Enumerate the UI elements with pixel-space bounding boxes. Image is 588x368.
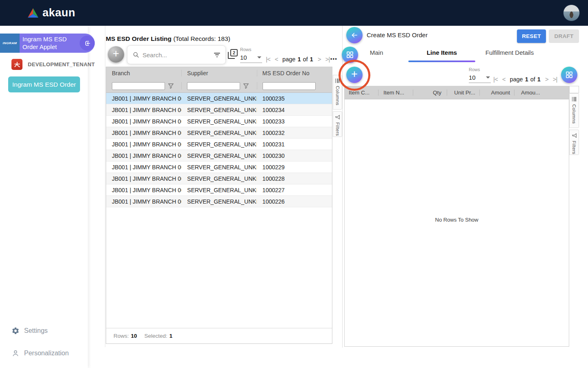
settings-label: Settings	[24, 327, 48, 334]
funnel-icon[interactable]	[243, 83, 249, 89]
cell-branch: JB001 | JIMMY BRANCH 001	[106, 196, 181, 207]
grid-icon	[346, 51, 354, 59]
line-items-pagination: |< < page1of1 > >|	[493, 76, 557, 83]
column-header-supplier[interactable]: Supplier	[181, 67, 256, 79]
plus-icon: +	[113, 48, 119, 59]
chevron-down-icon	[257, 56, 261, 58]
column-header-item-code[interactable]: Item C...	[345, 86, 378, 99]
more-options-button[interactable]: •••	[330, 56, 337, 62]
first-page-button[interactable]: |<	[266, 56, 270, 63]
column-header-amount-2[interactable]: Amou...	[514, 86, 569, 99]
left-sidebar: INGRAM Ingram MS ESD Order Applet DEVELO…	[0, 26, 88, 368]
cell-branch: JB001 | JIMMY BRANCH 001	[106, 173, 181, 184]
table-row[interactable]: JB001 | JIMMY BRANCH 001 SERVER_GENERAL_…	[106, 184, 332, 196]
branch-filter-input[interactable]	[112, 82, 165, 90]
tab-main[interactable]: Main	[370, 49, 383, 56]
cell-supplier: SERVER_GENERAL_UNKNO...	[181, 93, 256, 104]
duplicate-view-button[interactable]: 2	[227, 49, 238, 59]
tenant-logo-icon	[11, 59, 22, 70]
next-page-button[interactable]: >	[545, 76, 548, 83]
prev-page-button[interactable]: <	[502, 76, 506, 83]
applet-banner[interactable]: INGRAM Ingram MS ESD Order Applet	[0, 34, 95, 53]
reset-button[interactable]: RESET	[517, 29, 546, 43]
search-input[interactable]	[143, 52, 210, 58]
user-avatar[interactable]	[563, 4, 580, 21]
gear-icon	[11, 327, 20, 335]
rows-per-page-select[interactable]: Rows 10	[240, 47, 262, 63]
table-row[interactable]: JB001 | JIMMY BRANCH 001 SERVER_GENERAL_…	[106, 139, 332, 150]
grid-view-button[interactable]	[342, 47, 358, 63]
cell-order-no: 1000229	[257, 162, 332, 173]
cell-supplier: SERVER_GENERAL_UNKNO...	[181, 104, 256, 115]
last-page-button[interactable]: >|	[553, 76, 557, 83]
table-row[interactable]: JB001 | JIMMY BRANCH 001 SERVER_GENERAL_…	[106, 173, 332, 184]
module-button-ingram-ms-esd-order[interactable]: Ingram MS ESD Order	[8, 76, 80, 92]
table-row[interactable]: JB001 | JIMMY BRANCH 001 SERVER_GENERAL_…	[106, 162, 332, 173]
tab-fulfillment-details[interactable]: Fulfillment Details	[486, 49, 534, 56]
create-record-button[interactable]: +	[108, 46, 124, 63]
person-icon	[11, 349, 20, 357]
column-header-unit-price[interactable]: Unit Pr...	[447, 86, 479, 99]
brand-name: akaun	[42, 7, 76, 19]
columns-side-tab[interactable]: Columns	[333, 75, 342, 110]
supplier-filter-input[interactable]	[187, 82, 240, 90]
back-button[interactable]	[346, 27, 363, 43]
filters-side-tab[interactable]: Filters	[569, 130, 579, 155]
prev-page-button[interactable]: <	[275, 56, 278, 63]
next-page-button[interactable]: >	[318, 56, 321, 63]
personalization-label: Personalization	[24, 350, 69, 357]
funnel-icon	[335, 115, 340, 119]
panel-title: Create MS ESD Order	[367, 31, 428, 38]
table-row[interactable]: JB001 | JIMMY BRANCH 001 SERVER_GENERAL_…	[106, 150, 332, 162]
line-items-grid: Item C... Item N... Qty Unit Pr... Amoun…	[344, 86, 569, 347]
table-empty-area	[106, 207, 332, 328]
column-header-order-no[interactable]: MS ESD Order No	[257, 67, 332, 79]
tenant-name: DEVELOPMENT_TENANT	[28, 61, 95, 67]
filters-side-tab[interactable]: Filters	[333, 111, 342, 137]
order-listing-table: Branch Supplier MS ESD Order No JB001 | …	[106, 67, 332, 344]
last-page-button[interactable]: >|	[325, 56, 330, 63]
table-row[interactable]: JB001 | JIMMY BRANCH 001 SERVER_GENERAL_…	[106, 116, 332, 127]
column-header-branch[interactable]: Branch	[106, 67, 181, 79]
funnel-icon	[572, 133, 577, 138]
tenant-row[interactable]: DEVELOPMENT_TENANT	[11, 59, 95, 70]
cell-branch: JB001 | JIMMY BRANCH 001	[106, 162, 181, 173]
add-line-item-button[interactable]: +	[346, 67, 363, 83]
filter-list-icon[interactable]	[214, 52, 220, 58]
chevron-down-icon	[486, 76, 490, 79]
draft-button[interactable]: DRAFT	[549, 29, 579, 43]
cell-supplier: SERVER_GENERAL_UNKNO...	[181, 127, 256, 138]
column-header-amount[interactable]: Amount	[479, 86, 514, 99]
columns-side-tab[interactable]: Columns	[569, 93, 579, 128]
column-header-qty[interactable]: Qty	[413, 86, 447, 99]
table-row[interactable]: JB001 | JIMMY BRANCH 001 SERVER_GENERAL_…	[106, 196, 332, 207]
panel-divider	[105, 26, 105, 347]
table-row[interactable]: JB001 | JIMMY BRANCH 001 SERVER_GENERAL_…	[106, 104, 332, 116]
cell-order-no: 1000226	[257, 196, 332, 207]
tab-line-items[interactable]: Line Items	[427, 49, 457, 56]
table-body: JB001 | JIMMY BRANCH 001 SERVER_GENERAL_…	[106, 93, 332, 207]
cell-supplier: SERVER_GENERAL_UNKNO...	[181, 184, 256, 195]
cell-order-no: 1000228	[257, 173, 332, 184]
top-navigation-bar: akaun	[0, 0, 588, 26]
column-header-item-name[interactable]: Item N...	[378, 86, 413, 99]
order-no-filter-input[interactable]	[263, 82, 316, 90]
columns-icon	[572, 97, 577, 101]
table-row[interactable]: JB001 | JIMMY BRANCH 001 SERVER_GENERAL_…	[106, 93, 332, 104]
sidebar-item-settings[interactable]: Settings	[11, 327, 48, 335]
plus-icon: +	[351, 69, 358, 80]
search-icon	[133, 52, 139, 58]
funnel-icon[interactable]	[168, 83, 174, 89]
rows-per-page-select[interactable]: Rows 10	[469, 67, 491, 83]
grid-view-button[interactable]	[561, 67, 577, 83]
exit-applet-button[interactable]	[80, 36, 95, 51]
cell-branch: JB001 | JIMMY BRANCH 001	[106, 93, 181, 104]
cell-order-no: 1000230	[257, 150, 332, 161]
empty-grid-message: No Rows To Show	[345, 217, 569, 223]
cell-order-no: 1000233	[257, 116, 332, 127]
ingram-badge-icon: INGRAM	[0, 34, 20, 53]
first-page-button[interactable]: |<	[493, 76, 498, 83]
table-footer: Rows:10 Selected:1	[106, 328, 332, 343]
table-row[interactable]: JB001 | JIMMY BRANCH 001 SERVER_GENERAL_…	[106, 127, 332, 139]
sidebar-item-personalization[interactable]: Personalization	[11, 349, 69, 357]
